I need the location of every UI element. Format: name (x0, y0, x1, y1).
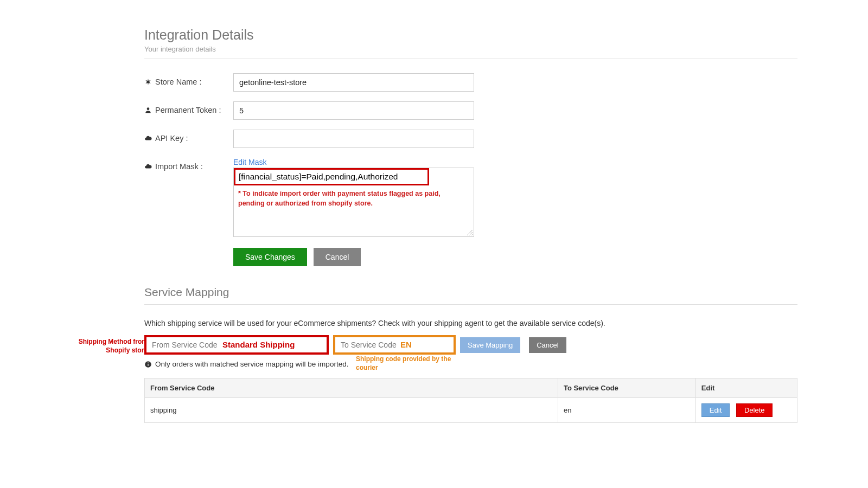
api-key-row: API Key : (144, 130, 797, 148)
cell-actions: Edit Delete (695, 398, 797, 423)
form-button-row: Save Changes Cancel (233, 248, 797, 266)
asterisk-icon (144, 78, 152, 86)
import-mask-row: Import Mask : Edit Mask [financial_statu… (144, 158, 797, 237)
th-from-service-code: From Service Code (145, 378, 558, 398)
import-mask-value-highlight: [financial_status]=Paid,pending,Authoriz… (234, 168, 429, 185)
store-name-label: Store Name : (144, 73, 233, 86)
import-mask-label: Import Mask : (144, 158, 233, 171)
page-subtitle: Your integration details (144, 45, 797, 53)
api-key-input[interactable] (233, 130, 474, 148)
delete-row-button[interactable]: Delete (736, 403, 773, 417)
api-key-label-text: API Key : (155, 134, 188, 143)
svg-point-0 (147, 107, 150, 110)
cancel-button[interactable]: Cancel (314, 248, 361, 266)
cancel-mapping-button[interactable]: Cancel (529, 337, 566, 353)
mapping-info-text: Only orders with matched service mapping… (155, 360, 348, 368)
divider (144, 59, 797, 59)
import-mask-label-text: Import Mask : (155, 162, 203, 171)
store-name-row: Store Name : (144, 73, 797, 92)
token-row: Permanent Token : (144, 101, 797, 120)
store-name-input[interactable] (233, 73, 474, 92)
service-mapping-desc: Which shipping service will be used for … (144, 319, 797, 328)
cell-from-service: shipping (145, 398, 558, 423)
svg-rect-2 (148, 363, 148, 365)
service-mapping-table: From Service Code To Service Code Edit s… (144, 378, 797, 423)
import-mask-note: * To indicate import order with payment … (234, 189, 456, 208)
divider (144, 304, 797, 305)
to-service-below-note: Shipping code provided by the courier (356, 355, 471, 372)
api-key-label: API Key : (144, 130, 233, 143)
user-icon (144, 106, 152, 114)
to-service-code-input[interactable] (333, 335, 456, 355)
th-edit: Edit (695, 378, 797, 398)
service-mapping-title: Service Mapping (144, 286, 797, 299)
from-service-code-input[interactable] (144, 335, 329, 355)
info-icon (144, 361, 152, 368)
th-to-service-code: To Service Code (558, 378, 695, 398)
cell-to-service: en (558, 398, 695, 423)
token-label: Permanent Token : (144, 101, 233, 114)
save-mapping-button[interactable]: Save Mapping (460, 337, 520, 353)
cloud-icon (144, 134, 152, 142)
edit-row-button[interactable]: Edit (701, 403, 730, 417)
mapping-info-line: Only orders with matched service mapping… (144, 360, 797, 368)
service-mapping-input-row: Standard Shipping EN Save Mapping Cancel (144, 335, 797, 355)
table-row: shipping en Edit Delete (145, 398, 797, 423)
store-name-label-text: Store Name : (155, 78, 201, 86)
svg-point-3 (148, 362, 149, 363)
token-label-text: Permanent Token : (155, 106, 221, 114)
resize-handle-icon[interactable] (467, 230, 473, 235)
cloud-icon (144, 163, 152, 170)
edit-mask-link[interactable]: Edit Mask (233, 158, 266, 166)
token-input[interactable] (233, 101, 474, 120)
page-title: Integration Details (144, 27, 797, 43)
save-changes-button[interactable]: Save Changes (233, 248, 307, 266)
from-service-side-note: Shipping Method from Shopify store (75, 337, 148, 355)
